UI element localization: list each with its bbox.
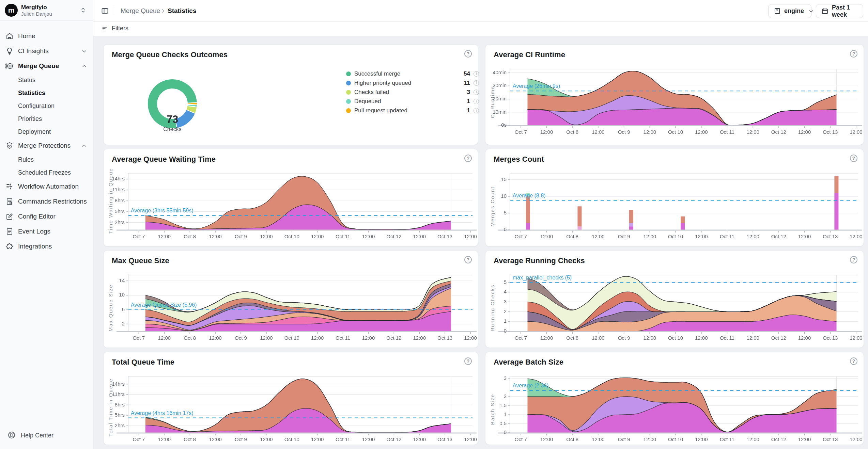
breadcrumb-statistics: Statistics bbox=[168, 7, 196, 15]
info-icon[interactable]: i bbox=[474, 108, 479, 113]
topbar: Merge Queue Statistics engine Past 1 wee… bbox=[93, 0, 868, 22]
sidebar-item-event-logs[interactable]: Event Logs bbox=[0, 224, 93, 239]
card-max-queue-size: Max Queue Size ? Max Queue Size bbox=[103, 250, 478, 348]
batch-size-chart[interactable] bbox=[485, 371, 864, 444]
time-range-button[interactable]: Past 1 week bbox=[816, 4, 863, 18]
help-icon[interactable]: ? bbox=[850, 256, 857, 263]
card-title: Average Batch Size bbox=[494, 358, 563, 367]
help-center-button[interactable]: Help Center bbox=[0, 428, 93, 443]
legend-value: 11 bbox=[464, 80, 470, 86]
repository-label: engine bbox=[784, 7, 804, 15]
legend-value: 1 bbox=[467, 98, 470, 105]
sidebar-item-label: Commands Restrictions bbox=[18, 198, 88, 205]
info-icon[interactable]: i bbox=[474, 71, 479, 77]
sidebar-item-ci-insights[interactable]: CI Insights bbox=[0, 44, 93, 59]
shield-icon bbox=[5, 142, 14, 150]
help-icon[interactable]: ? bbox=[464, 256, 472, 263]
ci-runtime-chart[interactable] bbox=[485, 64, 864, 144]
filters-label: Filters bbox=[112, 25, 128, 32]
sidebar-toggle-icon[interactable] bbox=[101, 7, 109, 15]
legend-label: Pull request updated bbox=[354, 107, 467, 114]
sidebar-item-label: Deployment bbox=[18, 128, 51, 135]
legend-color-dot bbox=[346, 81, 351, 85]
filter-icon bbox=[102, 25, 108, 32]
running-checks-chart[interactable] bbox=[485, 270, 864, 347]
logs-icon bbox=[5, 227, 14, 236]
sidebar-item-priorities[interactable]: Priorities bbox=[0, 112, 93, 125]
card-merge-queue-checks-outcomes: Merge Queue Checks Outcomes ? 73 Checks … bbox=[103, 44, 478, 145]
commands-icon bbox=[5, 197, 14, 206]
chevron-up-icon bbox=[81, 63, 88, 69]
queue-waiting-time-chart[interactable] bbox=[104, 168, 479, 245]
sidebar-item-workflow-automation[interactable]: Workflow Automation bbox=[0, 179, 93, 194]
sidebar-item-commands-restrictions[interactable]: Commands Restrictions bbox=[0, 194, 93, 209]
help-icon[interactable]: ? bbox=[850, 155, 857, 162]
legend-value: 1 bbox=[467, 107, 470, 114]
legend-item-checks-failed: Checks failed3i bbox=[346, 87, 479, 97]
legend-label: Higher priority queued bbox=[354, 80, 464, 86]
filter-bar: Filters bbox=[93, 22, 868, 36]
sidebar-item-merge-queue[interactable]: Merge Queue bbox=[0, 59, 93, 74]
help-icon[interactable]: ? bbox=[464, 155, 472, 162]
card-title: Total Queue Time bbox=[112, 358, 174, 367]
sidebar-item-configuration[interactable]: Configuration bbox=[0, 99, 93, 112]
sidebar-item-config-editor[interactable]: Config Editor bbox=[0, 209, 93, 224]
info-icon[interactable]: i bbox=[474, 99, 479, 104]
repository-selector[interactable]: engine bbox=[768, 4, 811, 18]
sidebar-item-label: Merge Protections bbox=[18, 142, 81, 149]
legend-value: 3 bbox=[467, 89, 470, 96]
chevron-down-icon bbox=[81, 48, 88, 54]
chevron-updown-icon bbox=[79, 6, 87, 14]
sidebar-item-label: Statistics bbox=[18, 90, 45, 97]
sidebar-item-label: Home bbox=[18, 32, 88, 40]
puzzle-icon bbox=[5, 242, 14, 251]
org-switcher[interactable]: m Mergifyio Julien Danjou bbox=[0, 0, 93, 21]
merges-count-chart[interactable] bbox=[485, 168, 864, 245]
sidebar-item-statistics[interactable]: Statistics bbox=[0, 86, 93, 99]
outcomes-legend: Successful merge54iHigher priority queue… bbox=[346, 69, 479, 115]
legend-color-dot bbox=[346, 99, 351, 104]
repository-icon bbox=[774, 7, 781, 15]
sidebar-item-integrations[interactable]: Integrations bbox=[0, 239, 93, 254]
help-center-label: Help Center bbox=[21, 432, 53, 439]
card-title: Average Queue Waiting Time bbox=[112, 155, 216, 164]
help-icon[interactable]: ? bbox=[464, 50, 472, 58]
calendar-icon bbox=[821, 7, 828, 15]
sidebar-item-label: Config Editor bbox=[18, 213, 88, 220]
sidebar-item-merge-protections[interactable]: Merge Protections bbox=[0, 138, 93, 153]
info-icon[interactable]: i bbox=[474, 90, 479, 95]
legend-item-pull-request-updated: Pull request updated1i bbox=[346, 106, 479, 115]
editor-icon bbox=[5, 212, 14, 221]
help-icon[interactable]: ? bbox=[850, 50, 857, 58]
max-queue-size-chart[interactable] bbox=[104, 270, 479, 347]
sidebar-item-rules[interactable]: Rules bbox=[0, 153, 93, 166]
checks-outcomes-donut[interactable] bbox=[121, 66, 223, 141]
sidebar-item-home[interactable]: Home bbox=[0, 29, 93, 44]
info-icon[interactable]: i bbox=[474, 80, 479, 86]
total-queue-time-chart[interactable] bbox=[104, 371, 479, 444]
sidebar-item-label: Merge Queue bbox=[18, 62, 81, 70]
home-icon bbox=[5, 32, 14, 40]
org-user: Julien Danjou bbox=[21, 11, 52, 17]
card-merges-count: Merges Count ? Merges Count bbox=[485, 149, 864, 246]
org-avatar: m bbox=[5, 4, 18, 17]
sidebar-item-status[interactable]: Status bbox=[0, 74, 93, 86]
queue-icon bbox=[5, 62, 14, 70]
sidebar-item-label: Configuration bbox=[18, 102, 55, 110]
help-icon[interactable]: ? bbox=[850, 357, 857, 365]
chevron-down-icon bbox=[808, 8, 814, 14]
sidebar-item-deployment[interactable]: Deployment bbox=[0, 125, 93, 138]
card-average-running-checks: Average Running Checks ? Running Checks bbox=[485, 250, 864, 348]
sidebar-item-label: Priorities bbox=[18, 115, 42, 123]
breadcrumb-merge-queue[interactable]: Merge Queue bbox=[121, 7, 160, 15]
card-total-queue-time: Total Queue Time ? Total Time in Queue bbox=[103, 352, 478, 445]
card-average-batch-size: Average Batch Size ? Batch Size bbox=[485, 352, 864, 445]
legend-color-dot bbox=[346, 108, 351, 113]
sidebar-item-scheduled-freezes[interactable]: Scheduled Freezes bbox=[0, 166, 93, 179]
lightbulb-icon bbox=[5, 47, 14, 55]
filters-button[interactable]: Filters bbox=[102, 25, 128, 32]
time-range-label: Past 1 week bbox=[832, 4, 858, 18]
sidebar-nav: HomeCI InsightsMerge QueueStatusStatisti… bbox=[0, 29, 93, 254]
help-icon[interactable]: ? bbox=[464, 357, 472, 365]
workflow-icon bbox=[5, 182, 14, 191]
